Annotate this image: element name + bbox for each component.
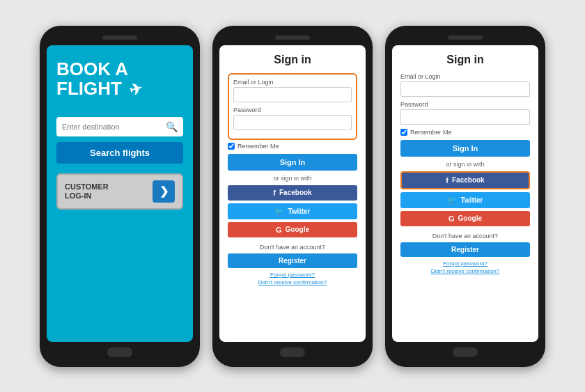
customer-login-text: CUSTOMER LOG-IN [65,182,109,201]
remember-me-label: Remember Me [237,143,279,150]
password-input-2[interactable] [400,109,530,125]
email-input[interactable] [233,87,352,102]
register-button-1[interactable]: Register [228,253,357,268]
login-line1: CUSTOMER [65,182,109,191]
form-highlight-box: Email or Login Password [228,73,357,140]
facebook-label-2: Facebook [452,176,485,184]
forgot-password-link-1[interactable]: Forgot password? [270,272,315,278]
email-group: Email or Login [233,79,352,102]
email-group-2: Email or Login [400,73,530,97]
signin-button-2[interactable]: Sign In [400,140,530,157]
plane-icon: ✈ [127,80,144,100]
no-confirmation-link-2[interactable]: Didn't receive confirmation? [431,268,499,274]
customer-login-button[interactable]: CUSTOMER LOG-IN ❯ [56,173,183,210]
no-confirmation-link-1[interactable]: Didn't receive confirmation? [258,279,327,285]
facebook-button-1[interactable]: f Facebook [228,185,357,201]
signin-title-2: Sign in [446,54,483,66]
forgot-password-link-2[interactable]: Forgot password? [443,260,488,267]
phone-speaker-1 [102,36,137,40]
login-arrow-icon: ❯ [153,180,175,203]
phone-screen-signin-1: Sign in Email or Login Password Remember… [219,45,366,342]
phone-booking: BOOK A FLIGHT ✈ 🔍 Search flights CUSTOME… [40,26,200,367]
twitter-button-1[interactable]: 🐦 Twitter [228,203,357,219]
phone-home-button-1[interactable] [107,347,132,357]
twitter-label-2: Twitter [460,196,483,204]
phone-signin-1: Sign in Email or Login Password Remember… [212,26,373,367]
booking-screen: BOOK A FLIGHT ✈ 🔍 Search flights CUSTOME… [47,45,193,342]
facebook-icon-2: f [446,176,448,185]
signin-screen-1: Sign in Email or Login Password Remember… [219,45,366,342]
remember-me-checkbox[interactable] [228,143,235,150]
form-no-highlight: Email or Login Password [400,73,530,129]
phone-speaker-3 [448,36,483,40]
remember-me-row-2: Remember Me [400,129,530,136]
login-line2: LOG-IN [65,191,92,200]
search-flights-button[interactable]: Search flights [56,142,183,164]
password-group-2: Password [400,101,530,125]
remember-me-label-2: Remember Me [410,129,452,136]
email-label: Email or Login [233,79,352,86]
password-label: Password [233,107,352,113]
social-buttons-2: f Facebook 🐦 Twitter G Google [400,171,530,229]
remember-me-checkbox-2[interactable] [400,129,407,136]
footer-links-2: Forgot password? Didn't receive confirma… [431,260,499,274]
booking-title: BOOK A FLIGHT ✈ [56,59,142,99]
password-input[interactable] [233,115,352,130]
phone-screen-booking: BOOK A FLIGHT ✈ 🔍 Search flights CUSTOME… [47,45,193,342]
footer-links-1: Forgot password? Didn't receive confirma… [258,272,327,285]
twitter-icon-2: 🐦 [447,196,457,205]
search-bar[interactable]: 🔍 [56,117,183,136]
google-icon-1: G [276,226,282,234]
twitter-icon-1: 🐦 [274,207,284,216]
google-label-2: Google [458,214,482,222]
remember-me-row: Remember Me [228,143,357,150]
twitter-button-2[interactable]: 🐦 Twitter [400,192,530,208]
no-account-text-1: Don't have an account? [260,244,325,251]
register-button-2[interactable]: Register [400,242,530,257]
phone-home-button-3[interactable] [453,347,478,357]
google-icon-2: G [448,214,455,223]
password-group: Password [233,107,352,130]
search-icon: 🔍 [166,121,178,132]
signin-button-1[interactable]: Sign In [228,154,357,171]
title-line2: FLIGHT [56,78,122,99]
email-label-2: Email or Login [400,73,530,80]
facebook-label-1: Facebook [279,189,312,196]
signin-screen-2: Sign in Email or Login Password Remember… [392,45,538,342]
password-label-2: Password [400,101,530,108]
facebook-icon-1: f [273,189,276,197]
or-text-2: or sign in with [446,161,484,168]
google-button-2[interactable]: G Google [400,211,530,226]
social-buttons-1: f Facebook 🐦 Twitter G Google [228,185,357,240]
signin-title-1: Sign in [274,54,311,66]
search-input[interactable] [62,123,166,131]
no-account-text-2: Don't have an account? [432,233,498,240]
email-input-2[interactable] [400,81,530,97]
phone-home-button-2[interactable] [280,347,305,357]
phone-screen-signin-2: Sign in Email or Login Password Remember… [392,45,538,342]
twitter-label-1: Twitter [288,207,310,215]
facebook-button-2[interactable]: f Facebook [400,171,530,189]
phone-speaker-2 [275,36,310,40]
google-button-1[interactable]: G Google [228,222,357,237]
title-line1: BOOK A [56,58,128,79]
phone-signin-2: Sign in Email or Login Password Remember… [385,26,545,367]
google-label-1: Google [286,226,309,233]
or-text-1: or sign in with [273,175,311,182]
